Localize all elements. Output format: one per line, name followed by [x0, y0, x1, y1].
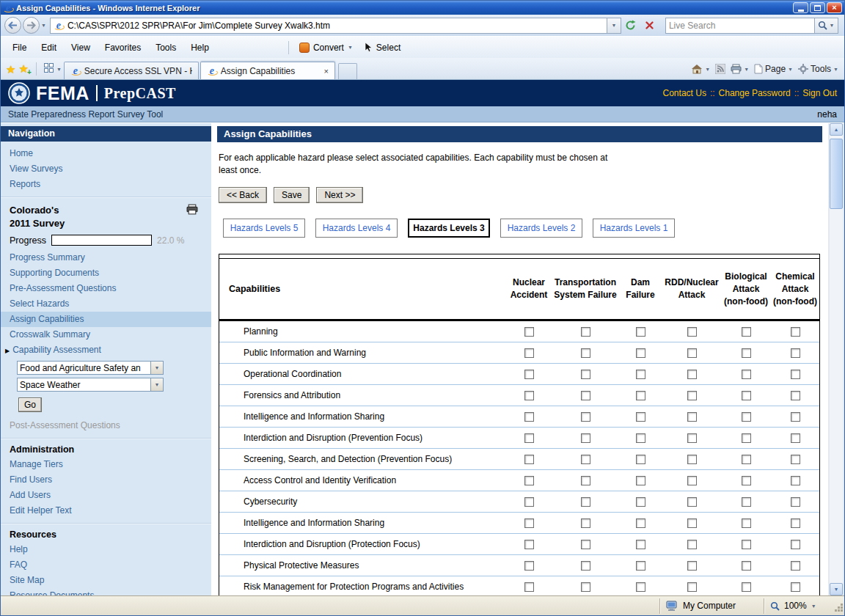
close-button[interactable]: ×: [827, 2, 842, 13]
search-go-button[interactable]: ▼: [815, 18, 838, 34]
capability-checkbox[interactable]: [742, 476, 751, 485]
print-survey-icon[interactable]: [186, 204, 198, 217]
capability-checkbox[interactable]: [687, 455, 697, 464]
tab-assign-capabilities[interactable]: e Assign Capabilities ×: [200, 62, 335, 79]
refresh-button[interactable]: [621, 17, 640, 34]
sidebar-item-crosswalk-summary[interactable]: Crosswalk Summary: [1, 327, 211, 342]
sidebar-item-add-users[interactable]: Add Users: [1, 488, 211, 503]
sidebar-item-home[interactable]: Home: [1, 146, 211, 161]
capability-checkbox[interactable]: [687, 433, 697, 443]
tab-hazards-level-2[interactable]: Hazards Levels 2: [500, 219, 582, 238]
tab-list-dropdown[interactable]: ▼: [56, 67, 62, 72]
chevron-down-icon[interactable]: ▼: [150, 378, 163, 391]
capability-checkbox[interactable]: [524, 327, 534, 337]
capability-checkbox[interactable]: [742, 348, 751, 358]
add-favorite-icon[interactable]: ★+: [18, 63, 28, 75]
capability-checkbox[interactable]: [581, 540, 590, 549]
sidebar-item-pre-assessment-questions[interactable]: Pre-Assessment Questions: [1, 281, 211, 296]
capability-checkbox[interactable]: [687, 391, 697, 400]
live-search-box[interactable]: [665, 18, 815, 34]
page-menu-button[interactable]: Page ▼: [754, 64, 793, 74]
capability-checkbox[interactable]: [687, 582, 697, 592]
capability-checkbox[interactable]: [581, 433, 590, 443]
address-dropdown-button[interactable]: ▼: [607, 18, 621, 34]
capability-checkbox[interactable]: [687, 348, 697, 358]
capability-checkbox[interactable]: [581, 348, 590, 358]
scroll-down-icon[interactable]: ▼: [830, 583, 843, 595]
sidebar-item-supporting-documents[interactable]: Supporting Documents: [1, 265, 211, 281]
capability-checkbox[interactable]: [524, 348, 534, 358]
capability-checkbox[interactable]: [742, 412, 751, 422]
capability-checkbox[interactable]: [791, 455, 800, 464]
capability-checkbox[interactable]: [636, 455, 645, 464]
capability-checkbox[interactable]: [524, 391, 534, 400]
capability-checkbox[interactable]: [524, 455, 534, 464]
capability-checkbox[interactable]: [791, 391, 800, 400]
capability-checkbox[interactable]: [636, 497, 645, 507]
sidebar-item-find-users[interactable]: Find Users: [1, 472, 211, 488]
capability-checkbox[interactable]: [524, 561, 534, 571]
feeds-button[interactable]: [715, 64, 725, 74]
go-button[interactable]: Go: [18, 397, 42, 412]
convert-button[interactable]: Convert ▼: [293, 40, 359, 55]
capability-checkbox[interactable]: [791, 518, 800, 528]
capability-checkbox[interactable]: [687, 518, 697, 528]
quick-tabs-icon[interactable]: [44, 63, 54, 75]
favorites-center-icon[interactable]: ★: [6, 64, 15, 75]
capability-checkbox[interactable]: [636, 540, 645, 549]
capability-select[interactable]: Food and Agriculture Safety an ▼: [17, 361, 164, 375]
capability-checkbox[interactable]: [791, 561, 800, 571]
capability-checkbox[interactable]: [687, 412, 697, 422]
capability-checkbox[interactable]: [687, 561, 697, 571]
print-button[interactable]: ▼: [731, 64, 749, 74]
chevron-down-icon[interactable]: ▼: [150, 362, 163, 374]
capability-checkbox[interactable]: [636, 412, 645, 422]
maximize-button[interactable]: [810, 2, 825, 13]
capability-checkbox[interactable]: [524, 412, 534, 422]
capability-checkbox[interactable]: [636, 327, 645, 337]
menu-view[interactable]: View: [64, 40, 98, 55]
capability-checkbox[interactable]: [791, 327, 800, 337]
capability-checkbox[interactable]: [791, 582, 800, 592]
sidebar-item-faq[interactable]: FAQ: [1, 557, 211, 573]
capability-checkbox[interactable]: [791, 348, 800, 358]
change-password-link[interactable]: Change Password: [719, 88, 791, 98]
capability-checkbox[interactable]: [742, 391, 751, 400]
sidebar-item-help[interactable]: Help: [1, 542, 211, 557]
back-button[interactable]: [4, 17, 21, 34]
capability-checkbox[interactable]: [791, 497, 800, 507]
stop-button[interactable]: [640, 17, 659, 34]
tab-ssl-vpn[interactable]: e Secure Access SSL VPN - Home: [64, 62, 199, 79]
new-tab-button[interactable]: [338, 63, 357, 79]
sidebar-item-select-hazards[interactable]: Select Hazards: [1, 296, 211, 312]
capability-checkbox[interactable]: [687, 497, 697, 507]
search-input[interactable]: [669, 21, 811, 31]
capability-checkbox[interactable]: [742, 433, 751, 443]
capability-checkbox[interactable]: [524, 582, 534, 592]
sidebar-item-progress-summary[interactable]: Progress Summary: [1, 250, 211, 265]
capability-checkbox[interactable]: [742, 540, 751, 549]
forward-button[interactable]: [23, 17, 40, 34]
zoom-control[interactable]: 100% ▼: [764, 598, 844, 614]
capability-checkbox[interactable]: [742, 327, 751, 337]
capability-checkbox[interactable]: [524, 433, 534, 443]
tools-menu-button[interactable]: Tools ▼: [798, 64, 838, 74]
capability-checkbox[interactable]: [636, 476, 645, 485]
sidebar-item-view-surveys[interactable]: View Surveys: [1, 161, 211, 177]
capability-checkbox[interactable]: [636, 561, 645, 571]
sidebar-item-site-map[interactable]: Site Map: [1, 573, 211, 588]
capability-checkbox[interactable]: [791, 476, 800, 485]
capability-checkbox[interactable]: [742, 497, 751, 507]
capability-checkbox[interactable]: [687, 476, 697, 485]
address-field[interactable]: e C:\CAS\SPR\2012 SPR\PRA\For Jim\Comple…: [50, 18, 607, 34]
menu-help[interactable]: Help: [183, 40, 216, 55]
tab-hazards-level-5[interactable]: Hazards Levels 5: [223, 219, 305, 238]
capability-checkbox[interactable]: [581, 391, 590, 400]
capability-checkbox[interactable]: [687, 540, 697, 549]
capability-checkbox[interactable]: [524, 540, 534, 549]
capability-checkbox[interactable]: [581, 518, 590, 528]
capability-checkbox[interactable]: [636, 433, 645, 443]
scrollbar-thumb[interactable]: [830, 139, 843, 209]
menu-favorites[interactable]: Favorites: [98, 40, 148, 55]
contact-us-link[interactable]: Contact Us: [663, 88, 706, 98]
